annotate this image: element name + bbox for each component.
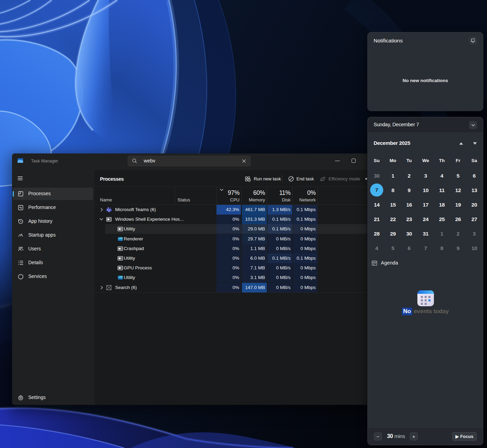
svg-text:T: T	[107, 209, 109, 211]
